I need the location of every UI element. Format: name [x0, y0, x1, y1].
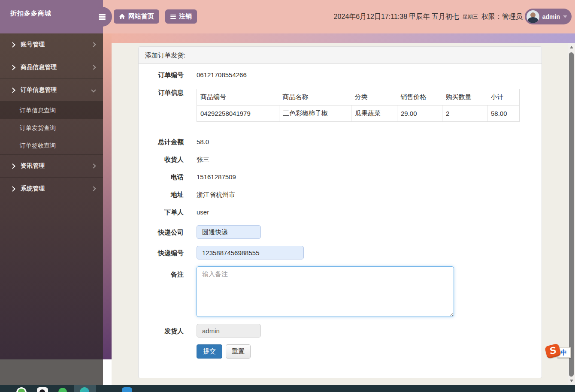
cell-category: 瓜果蔬菜 [351, 106, 397, 122]
sidebar-subitem-order-info-query[interactable]: 订单信息查询 [0, 102, 103, 119]
order-info-label: 订单信息 [145, 88, 184, 97]
site-home-button[interactable]: 网站首页 [114, 9, 159, 24]
col-sale-price: 销售价格 [397, 89, 442, 106]
sidebar: 账号管理 商品信息管理 订单信息管理 订单信息查询 订单发货查询 订单签收查询 … [0, 33, 103, 359]
sidebar-item-news-management[interactable]: 资讯管理 [0, 155, 103, 178]
cell-sale-price: 29.00 [397, 106, 442, 122]
add-shipment-panel: 添加订单发货: 订单编号 06121708554266 订单信息 商品编号 商品… [138, 46, 542, 378]
shipper-label: 发货人 [145, 324, 184, 335]
panel-body: 订单编号 06121708554266 订单信息 商品编号 商品名称 分类 销售… [139, 64, 542, 359]
courier-number-row: 快递编号 [145, 246, 535, 259]
sidebar-subitem-order-receipt-query[interactable]: 订单签收查询 [0, 137, 103, 154]
col-category: 分类 [351, 89, 397, 106]
courier-company-label: 快递公司 [145, 225, 184, 237]
chevron-right-icon [10, 163, 15, 169]
sidebar-toggle-button[interactable] [92, 7, 112, 27]
buyer-value: user [197, 208, 209, 217]
courier-company-input[interactable] [197, 225, 261, 239]
gradient-strip-top [112, 33, 575, 43]
total-amount-label: 总计金额 [145, 137, 184, 146]
reset-button[interactable]: 重置 [226, 344, 251, 359]
cell-product-number: 04292258041979 [197, 106, 279, 122]
username-label: admin [542, 13, 560, 20]
cell-quantity: 2 [442, 106, 487, 122]
arrow-up-icon [570, 46, 573, 48]
col-product-name: 商品名称 [279, 89, 351, 106]
scroll-down-button[interactable] [568, 377, 575, 384]
app-logo: 折扣多多商城 [10, 9, 51, 18]
address-row: 地址 浙江省杭州市 [145, 190, 535, 199]
user-menu[interactable]: admin [525, 9, 572, 24]
sidebar-footer [0, 359, 103, 385]
buyer-row: 下单人 user [145, 208, 535, 217]
menu-icon [99, 16, 106, 18]
gradient-strip-side [103, 33, 112, 359]
taskbar-app-icon[interactable] [58, 388, 67, 392]
phone-row: 电话 15161287509 [145, 172, 535, 181]
chevron-right-icon [10, 65, 15, 70]
chevron-right-icon [91, 186, 96, 191]
list-icon [170, 16, 176, 17]
sidebar-item-product-info-management[interactable]: 商品信息管理 [0, 56, 103, 79]
sidebar-item-label: 资讯管理 [21, 162, 45, 170]
ime-indicator[interactable]: 中 S [546, 344, 571, 360]
sidebar-item-label: 商品信息管理 [21, 63, 57, 71]
order-number-label: 订单编号 [145, 70, 184, 79]
remark-label: 备注 [145, 266, 184, 279]
phone-label: 电话 [145, 172, 184, 181]
order-info-row: 订单信息 商品编号 商品名称 分类 销售价格 购买数量 小计 042922580… [145, 88, 535, 122]
vertical-scrollbar[interactable] [568, 43, 575, 385]
logout-button[interactable]: 注销 [165, 9, 197, 24]
sidebar-item-order-info-management[interactable]: 订单信息管理 [0, 79, 103, 102]
avatar [527, 10, 539, 23]
sidebar-item-label: 账号管理 [21, 41, 45, 48]
cell-product-name: 三色彩椒柿子椒 [279, 106, 351, 122]
submit-button[interactable]: 提交 [197, 344, 222, 359]
receiver-label: 收货人 [145, 155, 184, 164]
home-icon [119, 13, 125, 20]
chevron-right-icon [91, 42, 96, 47]
taskbar-app-icon[interactable] [16, 387, 27, 392]
form-buttons: 提交 重置 [197, 344, 535, 359]
caret-down-icon [563, 15, 567, 18]
scroll-up-button[interactable] [568, 44, 575, 51]
scrollbar-thumb[interactable] [569, 52, 574, 377]
datetime-text: 2024年6月12日17:11:38 甲辰年 五月初七 [334, 12, 459, 21]
col-product-number: 商品编号 [197, 89, 279, 106]
logout-label: 注销 [179, 12, 192, 21]
taskbar-app-icon[interactable] [122, 387, 132, 392]
order-number-value: 06121708554266 [197, 70, 247, 79]
courier-number-label: 快递编号 [145, 246, 184, 257]
taskbar-app-icon[interactable] [37, 387, 48, 392]
side-strip-bottom [103, 359, 112, 385]
remark-textarea[interactable] [197, 266, 454, 317]
total-amount-value: 58.0 [197, 137, 209, 146]
remark-row: 备注 [145, 266, 535, 317]
sidebar-submenu-order: 订单信息查询 订单发货查询 订单签收查询 [0, 102, 103, 155]
role-text: 权限：管理员 [481, 12, 523, 21]
panel-title: 添加订单发货: [139, 47, 542, 64]
chevron-right-icon [10, 186, 15, 192]
phone-value: 15161287509 [197, 172, 236, 181]
col-subtotal: 小计 [487, 89, 520, 106]
total-amount-row: 总计金额 58.0 [145, 137, 535, 146]
courier-number-input[interactable] [197, 246, 304, 259]
weekday-text: 星期三 [463, 13, 478, 21]
buyer-label: 下单人 [145, 208, 184, 217]
shipper-row: 发货人 [145, 324, 535, 338]
arrow-down-icon [570, 380, 573, 382]
chevron-down-icon [91, 87, 96, 92]
receiver-value: 张三 [197, 155, 209, 164]
sidebar-item-system-management[interactable]: 系统管理 [0, 178, 103, 200]
brand-block: 折扣多多商城 [0, 0, 103, 33]
order-number-row: 订单编号 06121708554266 [145, 70, 535, 79]
col-quantity: 购买数量 [442, 89, 487, 106]
address-label: 地址 [145, 190, 184, 199]
sidebar-item-account-management[interactable]: 账号管理 [0, 33, 103, 56]
receiver-row: 收货人 张三 [145, 155, 535, 164]
chevron-right-icon [91, 65, 96, 69]
sidebar-subitem-order-shipping-query[interactable]: 订单发货查询 [0, 119, 103, 137]
chevron-right-icon [91, 163, 96, 168]
sidebar-item-label: 订单信息管理 [21, 86, 57, 94]
courier-company-row: 快递公司 [145, 225, 535, 239]
